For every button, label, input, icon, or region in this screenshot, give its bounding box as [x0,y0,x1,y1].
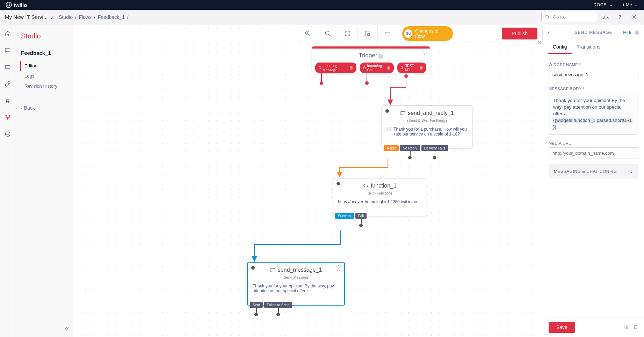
delete-widget-button[interactable]: ✕ [336,265,341,271]
out-noreply[interactable]: No Reply [400,145,420,151]
svg-rect-49 [624,325,627,328]
svg-point-15 [620,18,620,19]
help-icon: ? [635,30,639,35]
input-anchor[interactable] [251,266,255,270]
svg-line-12 [608,18,608,19]
help-button[interactable] [615,12,625,22]
svg-point-26 [6,134,7,134]
zoom-in-button[interactable] [298,26,318,41]
gear-icon [422,50,427,55]
widget2-body: https://beaver-hummingbird-2280.twil.io/… [333,199,427,210]
menu-editor[interactable]: Editor [20,61,68,71]
svg-line-9 [603,16,604,16]
minimap-icon [364,30,371,37]
panel-title: SEND MESSAGE [574,30,612,35]
chevron-down-icon: ⌄ [630,169,634,174]
widget-name-input[interactable] [549,69,638,80]
search-placeholder: Go to... [553,14,568,20]
message-body-input[interactable]: Thank you for your opinion! By the way, … [549,93,638,135]
back-link[interactable]: ‹ Back [21,105,68,111]
chevron-down-icon: ⌄ [635,2,638,7]
widget-function[interactable]: function_1 (Run Function) https://beaver… [333,178,427,216]
trigger-widget[interactable]: Trigger? Incoming Message? Incoming Call… [312,46,430,73]
out-reply[interactable]: Reply [384,145,399,151]
media-url-input[interactable] [549,147,638,159]
svg-point-22 [6,115,7,116]
widget-send-and-reply[interactable]: send_and_reply_1 (Send & Wait For Reply)… [382,105,472,148]
trigger-out-rest[interactable]: REST API? [397,63,426,73]
widget3-subtitle: (Send Message) [252,275,340,279]
widget1-subtitle: (Send & Wait For Reply) [386,118,468,123]
studio-title: Studio [21,32,68,40]
collapse-right-icon[interactable]: « [537,38,541,46]
trigger-settings[interactable] [422,50,427,57]
search-icon [545,15,550,20]
zoom-out-button[interactable] [318,26,338,41]
breadcrumb-bar: My New IT Servi... ⌄ Studio / Flows / Fe… [0,10,644,24]
home-icon [5,30,11,37]
rail-numbers[interactable] [2,95,13,106]
search-input[interactable]: Go to... [541,12,597,22]
svg-rect-38 [385,32,390,35]
user-menu[interactable]: Li Me ⌄ [621,2,638,7]
publish-button[interactable]: Publish [502,28,537,39]
widget-send-message[interactable]: ✕ send_message_1 (Send Message) Thank yo… [247,262,345,306]
menu-revision[interactable]: Revision History [21,81,68,91]
trigger-out-call[interactable]: Incoming Call? [360,63,394,73]
widget3-body: Thank you for your opinion! By the way, … [248,284,344,299]
save-button[interactable]: Save [549,322,575,333]
breadcrumb[interactable]: Studio / Flows / Feedback_1 / [58,14,128,20]
out-sent[interactable]: Sent [250,302,263,308]
messaging-config-accordion[interactable]: MESSAGING & CHAT CONFIG ⌄ [549,164,638,178]
crumb-flow[interactable]: Feedback_1 [98,14,125,20]
settings-button[interactable] [629,12,639,22]
hash-icon [5,97,11,104]
zoom-out-icon [325,30,331,37]
out-deliveryfails[interactable]: Delivery Fails [421,145,448,151]
minimap-button[interactable] [358,26,378,41]
trigger-out-message[interactable]: Incoming Message? [315,63,356,73]
out-failed[interactable]: Failed to Send [264,302,292,308]
rail-functions[interactable] [2,78,13,89]
flow-canvas[interactable]: 16 Changes to Flow Publish [74,24,543,337]
fit-button[interactable] [338,26,358,41]
debug-button[interactable] [601,12,611,22]
svg-point-2 [9,3,10,5]
crumb-flows[interactable]: Flows [79,14,92,20]
docs-link[interactable]: DOCS ⌄ [593,2,613,7]
chat-icon [400,110,406,116]
svg-line-21 [8,98,9,103]
collapse-left-icon[interactable]: « [65,324,69,332]
crumb-studio[interactable]: Studio [59,14,73,20]
out-fail[interactable]: Fail [355,213,367,219]
widget1-body: Hi! Thank you for a purchase. How will y… [382,127,472,142]
project-name: My New IT Servi... [5,14,48,20]
copy-icon [623,324,629,330]
input-anchor[interactable] [385,109,389,113]
keyboard-icon [384,30,391,37]
brand-logo[interactable]: twilio [6,2,27,8]
copy-button[interactable] [623,324,629,331]
vertical-nav-rail [0,24,15,337]
trigger-title: Trigger [359,52,377,59]
changes-button[interactable]: 16 Changes to Flow [402,26,453,41]
tab-config[interactable]: Config [548,41,572,54]
svg-point-5 [546,15,549,18]
grid-button[interactable] [378,26,398,41]
rail-conversations[interactable] [2,61,13,73]
rail-messaging[interactable] [2,45,13,56]
rail-studio[interactable] [2,112,13,123]
svg-line-11 [603,18,604,19]
help-icon[interactable]: ? [378,54,383,59]
rail-more[interactable] [2,129,13,140]
out-success[interactable]: Success [335,213,354,219]
project-selector[interactable]: My New IT Servi... ⌄ [5,14,54,20]
menu-logs[interactable]: Logs [21,71,68,81]
back-chevron-icon[interactable]: ‹ [548,29,550,36]
input-anchor[interactable] [337,182,340,185]
hide-link[interactable]: Hide? [623,30,639,35]
delete-button[interactable] [633,324,638,331]
tab-transitions[interactable]: Transitions [572,41,605,54]
rail-home[interactable] [2,28,13,39]
user-label: Li Me [621,2,632,7]
